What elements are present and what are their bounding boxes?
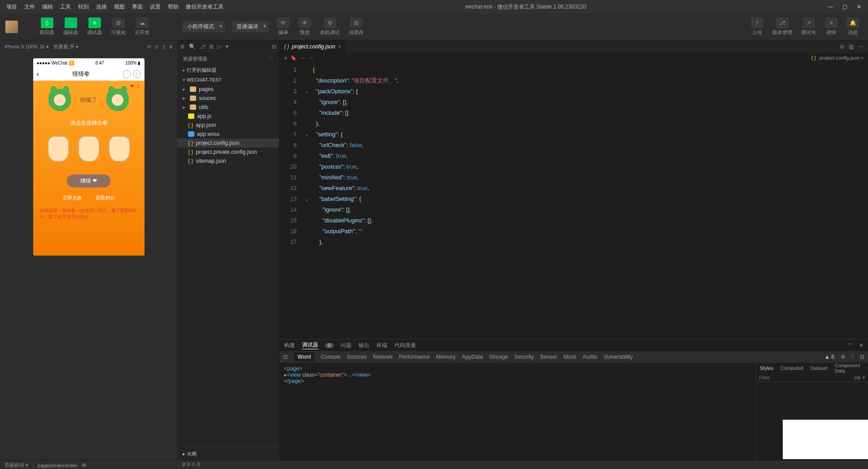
tree-item-app.json[interactable]: { }app.json [177, 121, 279, 130]
tool-详情[interactable]: ≡详情 [821, 17, 841, 36]
styles-tab-Styles[interactable]: Styles [756, 364, 777, 373]
tool-调试器[interactable]: ≡调试器 [83, 17, 105, 36]
debug-tab-代码质量[interactable]: 代码质量 [395, 342, 416, 349]
tree-item-project.private.config.json[interactable]: { }project.private.config.json [177, 148, 279, 156]
elements-tree[interactable]: <page> ▸<view class="container">…</view>… [280, 363, 756, 460]
menu-文件[interactable]: 文件 [22, 2, 38, 12]
cls-toggle[interactable]: .cls [853, 375, 860, 380]
devtools-tab-Wxml[interactable]: Wxml [294, 352, 315, 361]
open-editors-section[interactable]: 打开的编辑器 [177, 65, 279, 75]
extensions-icon[interactable]: ⊞ [209, 43, 214, 50]
devtools-icon[interactable]: ⚙ [841, 354, 846, 360]
list-icon[interactable]: ≡ [284, 55, 287, 61]
tool-编译[interactable]: ⟳编译 [273, 17, 293, 36]
devtools-tab-Security[interactable]: Security [514, 354, 534, 360]
files-icon[interactable]: 🗎 [180, 43, 185, 50]
layout-icon[interactable]: ⊟ [272, 43, 276, 50]
continue-button[interactable]: 继续 ❤ [67, 174, 110, 187]
devtools-tab-Network[interactable]: Network [373, 354, 393, 360]
devtools-tab-Console[interactable]: Console [321, 354, 341, 360]
branch-icon[interactable]: ⎇ [199, 43, 206, 50]
menu-项目[interactable]: 项目 [4, 2, 20, 12]
tree-item-sitemap.json[interactable]: { }sitemap.json [177, 156, 279, 165]
styles-filter-input[interactable] [759, 375, 853, 380]
menu-帮助[interactable]: 帮助 [165, 2, 181, 12]
copy-icon[interactable]: ⧉ [82, 462, 86, 468]
debug-tab-问题[interactable]: 问题 [341, 342, 351, 349]
tool-可视化[interactable]: ⊞可视化 [107, 17, 129, 36]
tool-消息[interactable]: 🔔消息 [843, 17, 863, 36]
page-path[interactable]: pages/index/index [38, 463, 78, 468]
styles-tab-Dataset[interactable]: Dataset [807, 364, 831, 373]
window-control[interactable]: ✕ [854, 4, 864, 10]
tool-真机调试[interactable]: ⚙真机调试 [316, 17, 343, 36]
user-avatar[interactable] [5, 21, 18, 33]
mode-dropdown[interactable]: 小程序模式 [183, 21, 225, 32]
devtools-tab-Mock[interactable]: Mock [563, 354, 576, 360]
debug-tab-调试器[interactable]: 调试器 [302, 341, 318, 349]
styles-tab-Component Data[interactable]: Component Data [831, 361, 864, 375]
sim-icon[interactable]: ⊙ [155, 44, 159, 49]
close-icon[interactable]: × [338, 43, 341, 50]
devtools-icon[interactable]: ⁝ [852, 354, 854, 360]
more-icon[interactable]: » [864, 364, 868, 373]
compile-dropdown[interactable]: 普通编译 [232, 21, 269, 32]
tree-item-utils[interactable]: utils [177, 103, 279, 112]
add-icon[interactable]: + [862, 374, 865, 381]
menu-工具[interactable]: 工具 [57, 2, 74, 12]
hand-paper[interactable] [109, 136, 130, 162]
tree-item-pages[interactable]: pages [177, 85, 279, 94]
hand-scissors[interactable] [48, 136, 69, 162]
debug-tab-输出[interactable]: 输出 [359, 342, 369, 349]
page-path-label[interactable]: 页面路径 ▾ [4, 462, 28, 469]
devtools-tab-Storage[interactable]: Storage [489, 354, 508, 360]
project-section[interactable]: WECHAT-TEST [177, 75, 279, 85]
styles-tab-Computed[interactable]: Computed [777, 364, 807, 373]
sim-icon[interactable]: ⟳ [147, 44, 151, 49]
tree-item-app.wxss[interactable]: app.wxss [177, 130, 279, 139]
menu-转到[interactable]: 转到 [75, 2, 92, 12]
game-link[interactable]: 获取积分 [96, 195, 115, 201]
tool-预览[interactable]: 👁预览 [295, 17, 315, 36]
outline-section[interactable]: 大纲 [177, 447, 279, 460]
devtools-tab-Audits[interactable]: Audits [583, 354, 597, 360]
more-icon[interactable]: ✦ [225, 43, 229, 50]
game-link[interactable]: 立即兑换 [62, 195, 82, 201]
devtools-tab-Vulnerability[interactable]: Vulnerability [604, 354, 633, 360]
devtools-tab-Sources[interactable]: Sources [347, 354, 367, 360]
menu-设置[interactable]: 设置 [147, 2, 163, 12]
menu-编辑[interactable]: 编辑 [39, 2, 56, 12]
window-control[interactable]: ▢ [839, 4, 850, 10]
split-icon[interactable]: ⧉ [840, 43, 844, 50]
back-icon[interactable]: ← [300, 55, 305, 61]
debug-icon[interactable]: ▷ [217, 43, 221, 50]
tool-云开发[interactable]: ☁云开发 [131, 17, 153, 36]
tree-item-project.config.json[interactable]: { }project.config.json [177, 139, 279, 148]
devtools-tab-AppData[interactable]: AppData [462, 354, 483, 360]
hand-rock[interactable] [78, 136, 100, 162]
tab-project-config[interactable]: { } project.config.json × [280, 40, 346, 53]
code-editor[interactable]: 1234567891011121314151617 ⌄⌄⌄ { "descrip… [280, 63, 868, 339]
devtools-tab-Sensor[interactable]: Sensor [540, 354, 557, 360]
forward-icon[interactable]: → [309, 55, 314, 61]
tool-清缓存[interactable]: ⊟清缓存 [345, 17, 367, 36]
tool-编辑器[interactable]: 编辑器 [60, 17, 82, 36]
more-icon[interactable]: ⋯ [269, 56, 274, 62]
tree-item-souces[interactable]: souces [177, 94, 279, 103]
close-icon[interactable]: ✕ [859, 342, 864, 348]
chevron-up-icon[interactable]: ⌃ [847, 342, 852, 348]
tree-item-app.js[interactable]: app.js [177, 112, 279, 121]
tool-上传[interactable]: ⤴上传 [747, 17, 767, 36]
tool-模拟器[interactable]: ▯模拟器 [36, 17, 58, 36]
devtools-tab-Memory[interactable]: Memory [436, 354, 456, 360]
menu-界面[interactable]: 界面 [129, 2, 145, 12]
device-select[interactable]: iPhone 5 100% 16 ▾ [4, 44, 49, 50]
menu-微信开发者工具[interactable]: 微信开发者工具 [183, 2, 226, 12]
capsule-close-icon[interactable]: ◎ [133, 70, 141, 78]
capsule-menu-icon[interactable]: ⋯ [123, 70, 131, 78]
tool-测试号[interactable]: ↗测试号 [798, 17, 820, 36]
problems-count[interactable]: ⊘ 0 ⚠ 0 [182, 461, 200, 467]
tool-版本管理[interactable]: ⎇版本管理 [769, 17, 796, 36]
debug-tab-终端[interactable]: 终端 [377, 342, 387, 349]
sim-icon[interactable]: ▯ [162, 44, 165, 49]
